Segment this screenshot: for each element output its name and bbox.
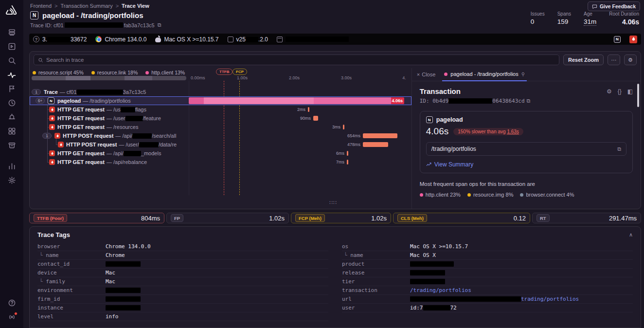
sidebar-issues-icon[interactable] — [0, 25, 23, 39]
child-count-chip[interactable]: 1 — [32, 89, 41, 95]
fire-icon — [54, 133, 60, 139]
detail-settings-icon[interactable]: ⚙ — [607, 88, 612, 95]
op-color-dot — [91, 71, 95, 74]
sidebar-alerts-icon[interactable] — [0, 110, 23, 124]
vital-fp[interactable]: FP1.02s — [166, 213, 289, 223]
tag-row[interactable]: familyMac — [37, 277, 328, 286]
tag-row[interactable]: tier — [342, 277, 633, 286]
sidebar-dashboards-icon[interactable] — [0, 124, 23, 138]
tab-transaction[interactable]: pageload - /trading/portfolios ⚲ — [442, 68, 527, 81]
copy-icon[interactable]: ⧉ — [617, 146, 621, 152]
close-detail-button[interactable]: ×Close — [417, 72, 436, 77]
redacted-value — [410, 261, 454, 267]
detail-section-title: Transaction — [420, 87, 461, 95]
tag-row[interactable]: product — [342, 260, 633, 269]
trace-row-span[interactable]: 1 HTTP POST request — /api//search/all 6… — [30, 131, 411, 140]
tag-row[interactable]: levelinfo — [37, 312, 328, 321]
give-feedback-button[interactable]: Give Feedback — [588, 1, 640, 11]
view-summary-link[interactable]: View Summary — [426, 161, 626, 168]
client-address: ?3.33672 — [33, 36, 87, 43]
help-icon[interactable] — [0, 296, 23, 310]
tag-row[interactable]: nameMac OS X — [342, 251, 633, 260]
unknown-icon: ? — [33, 36, 39, 42]
span-bar[interactable] — [363, 133, 397, 138]
sidebar-settings-icon[interactable] — [0, 173, 23, 187]
trace-row-span[interactable]: HTTP GET request — /api/_models 6ms — [30, 149, 411, 158]
trace-row-span[interactable]: HTTP POST request — /user//data/re 478ms — [30, 140, 411, 149]
copy-icon[interactable]: ⧉ — [527, 98, 531, 104]
tag-row[interactable]: release — [342, 269, 633, 277]
tag-row[interactable]: browserChrome 134.0.0 — [37, 242, 328, 251]
span-op: HTTP GET request — [57, 115, 105, 121]
copy-icon[interactable]: ⧉ — [158, 22, 161, 28]
sidebar-search-icon[interactable] — [0, 54, 23, 68]
sidebar-releases-icon[interactable] — [0, 82, 23, 96]
pin-icon[interactable]: ⚲ — [521, 72, 525, 77]
redacted-value — [106, 288, 141, 293]
tag-row[interactable]: urltrading/portfolios — [342, 295, 633, 304]
trace-row-span[interactable]: HTTP GET request — /api/rebalance 7ms — [30, 158, 411, 166]
ttfb-marker-pill: TTFB — [216, 69, 233, 75]
trace-search[interactable] — [34, 55, 559, 65]
trace-settings-button[interactable]: ⚙ — [624, 55, 637, 65]
vital-rt[interactable]: RT291.47ms — [532, 213, 641, 223]
tag-row[interactable]: environment — [37, 286, 328, 295]
trace-row-span[interactable]: HTTP GET request — /resources 3ms — [30, 123, 411, 131]
broadcast-icon[interactable] — [0, 310, 23, 324]
trace-view-page: Frontend Transaction Summary Trace View … — [0, 0, 644, 328]
json-icon[interactable]: {} — [618, 88, 622, 95]
tag-row[interactable]: osMac OS X >=10.15.7 — [342, 242, 633, 251]
transaction-card: N pageload 4.06s 150% slower than avg 1.… — [420, 111, 633, 173]
span-bar[interactable] — [343, 125, 344, 129]
collapse-chevron-icon[interactable]: ∧ — [629, 232, 633, 238]
layout-icon[interactable]: ◧ — [627, 88, 633, 95]
span-bar[interactable] — [308, 107, 309, 112]
span-bar[interactable] — [363, 142, 388, 147]
tag-row[interactable]: transaction/trading/portfolios — [342, 286, 633, 295]
panel-resize-handle[interactable]: ∷∷ — [329, 200, 337, 206]
sidebar-crons-icon[interactable] — [0, 96, 23, 110]
release-info: v25.2.0 — [228, 36, 268, 43]
search-input[interactable] — [46, 57, 555, 63]
redacted-value — [106, 296, 141, 302]
span-bar[interactable] — [347, 160, 348, 164]
ops-breakdown-legend: resource.script 45% resource.link 18% ht… — [33, 70, 185, 75]
trace-meta-bar: ?3.33672 Chrome 134.0.0 Mac OS X >=10.15… — [29, 34, 641, 45]
redacted-trace-id — [65, 22, 123, 28]
more-options-button[interactable]: ⋯ — [608, 55, 620, 65]
trace-id: Trace ID: cf01fab3a7c13c5 ⧉ — [30, 22, 161, 28]
sidebar-performance-icon[interactable] — [0, 68, 23, 82]
sidebar-projects-icon[interactable] — [0, 39, 23, 54]
span-bar[interactable] — [347, 151, 348, 156]
child-count-chip[interactable]: 1 — [42, 133, 52, 139]
trace-row-root[interactable]: 1 Trace — cf013a7c13c5 — [30, 88, 411, 96]
vital-cls[interactable]: CLS (Meh)0.12 — [393, 213, 530, 223]
vital-fcp[interactable]: FCP (Meh)1.02s — [291, 213, 391, 223]
ops-legend: http.client 23% resource.img 8% browser.… — [420, 192, 633, 198]
trace-row-transaction-selected[interactable]: 6+ N pageload — /trading/portfolios 4.06… — [30, 96, 411, 105]
sentry-logo-icon[interactable] — [5, 4, 18, 18]
tag-row[interactable]: userid:772 — [342, 304, 633, 312]
stat-age: Age31m — [584, 11, 596, 26]
transaction-span-bar[interactable]: 4.06s — [189, 97, 404, 104]
calendar-icon — [277, 36, 283, 42]
reset-zoom-button[interactable]: Reset Zoom — [563, 55, 604, 65]
tag-row[interactable]: firm_id — [37, 295, 328, 304]
sidebar-archive-icon[interactable] — [0, 138, 23, 152]
trace-row-span[interactable]: HTTP GET request — /usflags 2ms — [30, 105, 411, 114]
sidebar — [0, 0, 23, 328]
vital-ttfb[interactable]: TTFB (Poor)804ms — [29, 213, 164, 223]
breadcrumb-item[interactable]: Transaction Summary — [60, 3, 119, 9]
trace-tags-title: Trace Tags — [37, 231, 70, 238]
breadcrumb-item[interactable]: Frontend — [30, 3, 57, 9]
tag-row[interactable]: deviceMac — [37, 269, 328, 277]
tag-row[interactable]: nameChrome — [37, 251, 328, 260]
trace-row-span[interactable]: HTTP GET request — /user/feature 90ms — [30, 114, 411, 123]
fire-icon — [58, 142, 64, 147]
op-color-dot — [520, 193, 523, 197]
sidebar-stats-icon[interactable] — [0, 159, 23, 173]
tag-row[interactable]: instance — [37, 304, 328, 312]
tag-row[interactable]: contact_id — [37, 260, 328, 269]
child-count-chip[interactable]: 6+ — [36, 98, 45, 104]
span-bar[interactable] — [313, 116, 318, 121]
